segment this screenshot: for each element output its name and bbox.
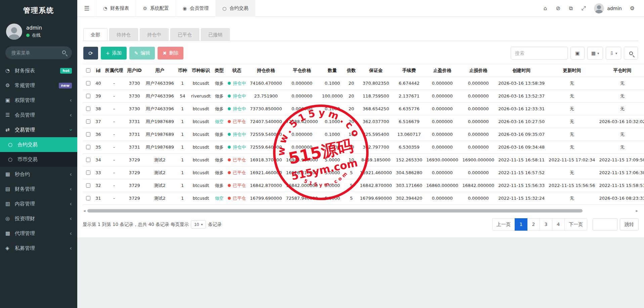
filter-tab[interactable]: 全部: [83, 28, 108, 41]
columns-dropdown-button[interactable]: ▦▾: [587, 47, 603, 60]
cell-user: 测试2: [144, 179, 176, 192]
scroll-right-icon[interactable]: ▸: [636, 208, 638, 213]
caret-down-icon: ▾: [597, 51, 599, 55]
scrollbar-thumb[interactable]: [87, 209, 583, 213]
page-1[interactable]: 1: [515, 218, 527, 231]
column-header: 平仓价格: [284, 64, 320, 77]
row-checkbox[interactable]: [86, 183, 90, 188]
sidebar-item-members[interactable]: ☰会员管理‹: [0, 108, 77, 122]
page-3[interactable]: 3: [540, 218, 552, 231]
table-row: 33-3729测试21btcusdt做多已平仓16921.46000016926…: [83, 166, 644, 179]
select-all-checkbox[interactable]: [86, 68, 90, 73]
column-header: 止盈价格: [424, 64, 460, 77]
row-select-cell: [83, 166, 93, 179]
cell-lever: 5: [345, 166, 358, 179]
scroll-left-icon[interactable]: ◂: [83, 208, 86, 213]
cell-amount: 0.1000: [320, 103, 345, 115]
edit-button[interactable]: ✎编辑: [129, 47, 155, 60]
cell-closed: 2026-03-16 10:32:02: [597, 115, 644, 128]
sidebar-item-invest[interactable]: ◎投资理财‹: [0, 211, 77, 226]
row-checkbox[interactable]: [86, 107, 90, 111]
sidebar-item-spot-trade[interactable]: ○币币交易: [0, 152, 77, 167]
cell-id: 33: [93, 166, 103, 179]
page-4[interactable]: 4: [552, 218, 565, 231]
cell-coin: 1: [176, 128, 189, 141]
sidebar-item-dashboard[interactable]: ◔财务报表hot: [0, 63, 77, 78]
row-checkbox[interactable]: [86, 170, 90, 175]
type-label: 做多: [215, 183, 224, 188]
sidebar-item-seconds-contract[interactable]: ▦秒合约‹: [0, 167, 77, 182]
records-summary: 显示第 1 到第 10 条记录，总共 40 条记录 每页显示 10▾ 条记录: [83, 220, 222, 229]
export-dropdown-button[interactable]: ⇩▾: [606, 47, 621, 60]
search-button[interactable]: [624, 47, 638, 60]
sidebar-item-contract-trade[interactable]: ○合约交易: [0, 137, 77, 152]
top-tab-gear[interactable]: ⚙系统配置: [136, 0, 176, 17]
content-icon: ▥: [5, 201, 15, 207]
column-header: 平仓时间: [597, 64, 644, 77]
fullscreen-icon[interactable]: ⤢: [577, 5, 590, 11]
sidebar-item-settings[interactable]: ⚙常规管理new: [0, 78, 77, 93]
page-2[interactable]: 2: [527, 218, 540, 231]
row-checkbox[interactable]: [86, 158, 90, 162]
members-icon: ☰: [5, 112, 15, 118]
table-row: 37-3731用户19876891btcusdt做空已平仓72407.54000…: [83, 115, 644, 128]
cell-agent: -: [103, 128, 125, 141]
cell-lever: 10: [345, 128, 358, 141]
row-checkbox[interactable]: [86, 196, 90, 200]
sidebar-item-content[interactable]: ▥内容管理‹: [0, 196, 77, 211]
sidebar-item-private-fund[interactable]: ◈私募管理‹: [0, 241, 77, 256]
filter-tab[interactable]: 待持仓: [109, 28, 138, 41]
status-dot: [228, 171, 231, 174]
home-icon[interactable]: ⌂: [539, 5, 552, 11]
row-checkbox[interactable]: [86, 132, 90, 137]
navbar-user-name: admin: [607, 6, 622, 11]
user-avatar: [6, 24, 22, 40]
user-status: 在线: [26, 32, 42, 38]
row-checkbox[interactable]: [86, 94, 90, 98]
cell-margin: 362.037700: [358, 115, 394, 128]
settings-gear-icon[interactable]: ⚙: [626, 5, 639, 11]
top-tab-member[interactable]: ◉会员管理: [176, 0, 215, 17]
cell-uid: 3731: [125, 141, 144, 154]
badge-hot: hot: [60, 68, 72, 74]
sidebar-item-trade[interactable]: ⇄交易管理‹: [0, 122, 77, 137]
sidebar: 管理系统 admin 在线 ◔财务报表hot⚙常规管理new▣权限管理‹☰会员管…: [0, 0, 77, 308]
cell-type: 做多: [213, 128, 226, 141]
delete-button[interactable]: ✖删除: [158, 47, 183, 60]
sidebar-item-permissions[interactable]: ▣权限管理‹: [0, 93, 77, 108]
cell-lever: 20: [345, 77, 358, 90]
row-checkbox[interactable]: [86, 119, 90, 124]
copy-icon[interactable]: ⧉: [564, 5, 577, 11]
filter-tab[interactable]: 持仓中: [140, 28, 169, 41]
filter-tab[interactable]: 已撤销: [201, 28, 230, 41]
menu-toggle-icon[interactable]: ☰: [77, 5, 96, 12]
navbar-user-menu[interactable]: admin: [590, 3, 626, 13]
row-checkbox[interactable]: [86, 145, 90, 149]
toggle-view-button[interactable]: ▣: [570, 47, 585, 60]
top-tab-dashboard[interactable]: ◔财务报表: [96, 0, 136, 17]
sidebar-item-finance[interactable]: ▤财务管理‹: [0, 182, 77, 196]
horizontal-scrollbar[interactable]: ◂ ▸: [83, 209, 638, 213]
cell-agent: -: [103, 154, 125, 166]
cell-id: 32: [93, 179, 103, 192]
cell-tp: 16930.000000: [424, 154, 460, 166]
jump-button[interactable]: 跳转: [620, 218, 639, 231]
cell-lever: 20: [345, 115, 358, 128]
cell-amount: 5.0000: [320, 192, 345, 205]
filter-tab[interactable]: 已平仓: [170, 28, 199, 41]
per-page-dropdown[interactable]: 10▾: [191, 220, 206, 229]
sidebar-item-agency[interactable]: ▩代理管理‹: [0, 226, 77, 241]
trash-icon[interactable]: ⊘: [552, 5, 564, 11]
cell-margin: 362.797700: [358, 141, 394, 154]
orders-table: id所属代理用户ID用户币种币种标识类型状态持仓价格平仓价格数量倍数保证金手续费…: [83, 64, 644, 205]
table-search-input[interactable]: [511, 47, 568, 60]
prev-page-button[interactable]: 上一页: [492, 218, 515, 231]
refresh-button[interactable]: ⟳: [83, 47, 98, 60]
top-tab-bar: ◔财务报表⚙系统配置◉会员管理○合约交易: [96, 0, 255, 17]
jump-page-input[interactable]: [593, 218, 617, 231]
top-tab-contract[interactable]: ○合约交易: [215, 0, 255, 17]
add-button[interactable]: +添加: [101, 47, 127, 60]
cell-user: 用户7463396: [144, 77, 176, 90]
row-checkbox[interactable]: [86, 81, 90, 85]
next-page-button[interactable]: 下一页: [564, 218, 587, 231]
